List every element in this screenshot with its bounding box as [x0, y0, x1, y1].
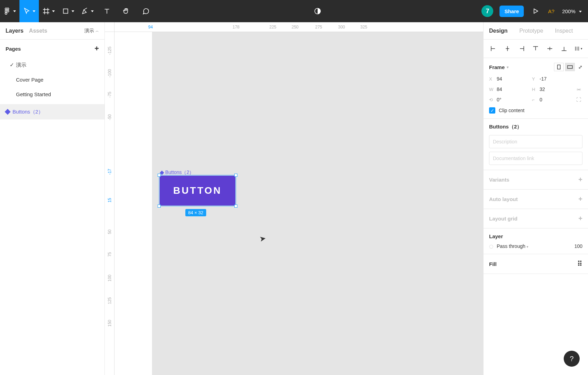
align-left[interactable]: [489, 44, 497, 53]
ruler-tick: 100: [105, 275, 115, 282]
add-autolayout[interactable]: +: [578, 195, 582, 203]
user-avatar[interactable]: 7: [481, 5, 493, 17]
dimensions-badge: 84 × 32: [185, 209, 206, 216]
distribute[interactable]: ▾: [574, 44, 582, 53]
layer-header: Layer: [489, 233, 503, 239]
svg-point-4: [5, 12, 7, 14]
frame-tool[interactable]: [39, 0, 58, 22]
main-toolbar: 7 Share A? 200%: [0, 0, 588, 22]
ruler-vertical: -125-100-75-50-17155075100125150: [105, 22, 115, 375]
tab-design[interactable]: Design: [489, 28, 507, 34]
layer-buttons[interactable]: Buttons（2）: [0, 104, 104, 119]
page-item[interactable]: Getting Started: [0, 87, 104, 101]
ruler-tick: 94: [148, 22, 153, 32]
help-button[interactable]: ?: [564, 351, 580, 367]
corner-options[interactable]: ⛶: [575, 97, 582, 102]
hand-tool[interactable]: [117, 0, 136, 22]
orient-portrait[interactable]: [554, 63, 564, 71]
text-tool[interactable]: [97, 0, 117, 22]
orient-landscape[interactable]: [565, 63, 575, 71]
comment-tool[interactable]: [136, 0, 156, 22]
page-item[interactable]: ✓演示: [0, 58, 104, 72]
autolayout-header: Auto layout: [489, 196, 518, 202]
svg-rect-28: [557, 65, 560, 69]
tab-inspect[interactable]: Inspect: [555, 28, 573, 34]
align-bottom[interactable]: [560, 44, 568, 53]
prop-x[interactable]: 94: [497, 76, 529, 82]
blend-icon: ◌: [489, 243, 493, 249]
zoom-level[interactable]: 200%: [559, 8, 585, 14]
left-sidebar: Layers Assets 演示 ︿ Pages + ✓演示Cover Page…: [0, 22, 105, 375]
tab-prototype[interactable]: Prototype: [519, 28, 543, 34]
figma-menu[interactable]: [0, 0, 19, 22]
fill-options[interactable]: ⠿: [577, 260, 582, 268]
ruler-tick: 15: [105, 198, 115, 202]
present-button[interactable]: [528, 0, 543, 22]
move-tool[interactable]: [19, 0, 39, 22]
right-sidebar: Design Prototype Inspect ▾ Frame ▾ ⤢: [483, 22, 588, 375]
ruler-tick: 125: [105, 297, 115, 304]
ruler-tick: -50: [105, 114, 115, 120]
pen-tool[interactable]: [78, 0, 97, 22]
ruler-tick: 325: [360, 22, 367, 32]
page-dropdown[interactable]: 演示 ︿: [84, 28, 99, 34]
prop-corner[interactable]: 0: [540, 97, 572, 102]
prop-y[interactable]: -17: [540, 76, 572, 82]
svg-point-3: [7, 10, 9, 12]
pages-header: Pages: [6, 46, 21, 52]
svg-point-2: [5, 10, 7, 12]
ruler-tick: 178: [233, 22, 240, 32]
ruler-tick: 50: [105, 230, 115, 234]
cursor-icon: ➤: [259, 234, 267, 244]
svg-rect-29: [568, 66, 572, 68]
align-vcenter[interactable]: [546, 44, 554, 53]
missing-fonts-badge[interactable]: A?: [545, 8, 557, 14]
ruler-corner: [105, 22, 115, 32]
svg-point-0: [5, 8, 7, 10]
ruler-tick: -100: [105, 69, 115, 77]
shape-tool[interactable]: [58, 0, 78, 22]
documentation-input[interactable]: [489, 152, 582, 165]
align-right[interactable]: [518, 44, 526, 53]
align-controls: ▾: [484, 40, 588, 58]
description-input[interactable]: [489, 135, 582, 148]
page-item[interactable]: Cover Page: [0, 72, 104, 87]
tab-assets[interactable]: Assets: [29, 28, 47, 34]
frame-header: Frame: [489, 64, 505, 70]
component-name: Buttons（2）: [489, 124, 522, 130]
prop-rotation[interactable]: 0°: [497, 97, 529, 102]
add-page-button[interactable]: +: [94, 44, 99, 53]
resize-to-fit[interactable]: ⤢: [578, 64, 582, 70]
ruler-tick: -75: [105, 92, 115, 98]
contrast-icon[interactable]: [310, 0, 325, 22]
ruler-tick: 300: [338, 22, 345, 32]
ruler-tick: 150: [105, 320, 115, 327]
prop-h[interactable]: 32: [540, 86, 572, 92]
add-layoutgrid[interactable]: +: [578, 215, 582, 223]
ruler-tick: 250: [292, 22, 299, 32]
tab-layers[interactable]: Layers: [6, 28, 24, 34]
ruler-tick: 75: [105, 252, 115, 257]
clip-content-label: Clip content: [499, 108, 524, 113]
ruler-horizontal: 94178225250275300325: [115, 22, 483, 32]
svg-rect-9: [64, 9, 68, 14]
share-button[interactable]: Share: [499, 6, 524, 17]
svg-point-1: [7, 8, 9, 10]
blend-mode[interactable]: Pass through ▾: [497, 243, 528, 249]
layoutgrid-header: Layout grid: [489, 216, 518, 222]
component-icon: [5, 109, 11, 115]
opacity-value[interactable]: 100: [574, 243, 582, 249]
ruler-tick: -17: [105, 169, 115, 175]
ruler-tick: 275: [315, 22, 322, 32]
add-variant[interactable]: +: [578, 176, 582, 184]
prop-w[interactable]: 84: [497, 86, 529, 92]
link-wh[interactable]: ⫘: [575, 86, 582, 92]
ruler-tick: 225: [269, 22, 276, 32]
canvas-area[interactable]: 94178225250275300325 -125-100-75-50-1715…: [105, 22, 483, 375]
fill-header: Fill: [489, 261, 497, 267]
clip-content-checkbox[interactable]: ✓: [489, 107, 495, 114]
selection-box: [159, 175, 236, 206]
align-hcenter[interactable]: [503, 44, 512, 53]
align-top[interactable]: [531, 44, 540, 53]
variants-header: Variants: [489, 177, 509, 183]
